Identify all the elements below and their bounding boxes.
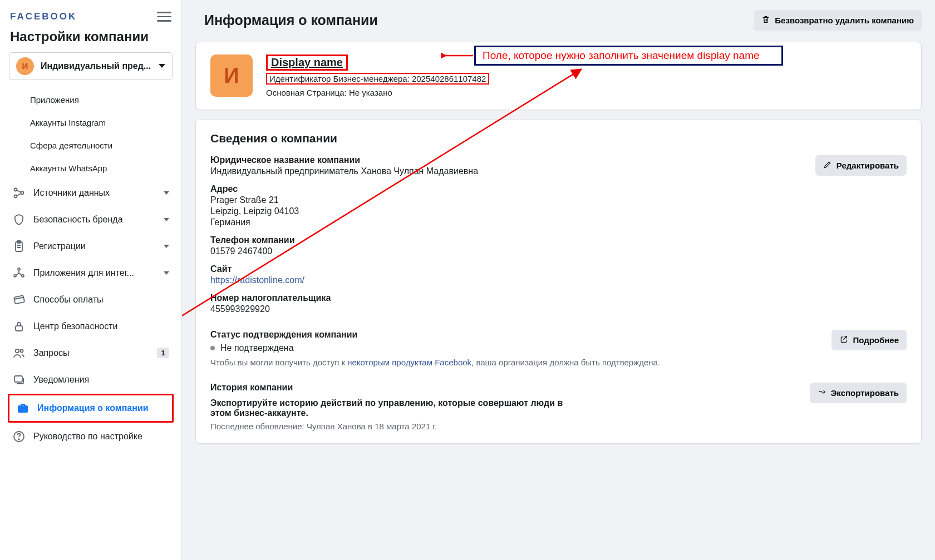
svg-rect-9 <box>16 326 22 331</box>
company-header-card: И Display name Идентификатор Бизнес-мене… <box>195 42 922 110</box>
people-icon <box>12 346 26 360</box>
svg-point-10 <box>16 349 19 352</box>
verification-status: Не подтверждена <box>210 343 831 353</box>
verification-hint: Чтобы вы могли получить доступ к некотор… <box>210 358 831 367</box>
share-nodes-icon <box>12 186 26 200</box>
messages-icon <box>12 373 26 386</box>
svg-point-14 <box>18 439 19 440</box>
shield-icon <box>12 213 26 226</box>
svg-point-6 <box>14 275 16 277</box>
clipboard-icon <box>12 240 26 253</box>
trash-icon <box>761 15 770 26</box>
sidebar-item-instagram[interactable]: Аккаунты Instagram <box>6 112 176 133</box>
sidebar-item-setup-guide[interactable]: Руководство по настройке <box>6 424 176 449</box>
legal-name-label: Юридическое название компании <box>210 155 815 165</box>
verification-title: Статус подтверждения компании <box>210 330 831 340</box>
phone-value: 01579 2467400 <box>210 246 815 256</box>
main-content: Информация о компании Безвозвратно удали… <box>182 0 935 560</box>
briefcase-icon <box>16 402 29 415</box>
company-avatar: И <box>210 54 253 97</box>
display-name: Display name <box>266 54 348 71</box>
chevron-down-icon <box>164 218 169 221</box>
svg-rect-12 <box>14 376 22 382</box>
sidebar-item-security-center[interactable]: Центр безопасности <box>6 314 176 339</box>
business-avatar: И <box>16 57 34 75</box>
credit-card-icon <box>12 293 26 306</box>
history-title: История компании <box>210 383 810 393</box>
export-button[interactable]: Экспортировать <box>810 383 907 403</box>
sidebar-item-data-sources[interactable]: Источники данных <box>6 180 176 206</box>
edit-button[interactable]: Редактировать <box>815 155 907 176</box>
sidebar-item-notifications[interactable]: Уведомления <box>6 367 176 393</box>
svg-rect-8 <box>14 295 24 304</box>
requests-badge: 1 <box>157 348 169 358</box>
address-label: Адрес <box>210 184 815 194</box>
svg-point-5 <box>18 268 20 270</box>
hamburger-icon[interactable] <box>157 9 171 24</box>
site-label: Сайт <box>210 264 815 274</box>
page-title: Информация о компании <box>204 12 378 28</box>
svg-point-11 <box>21 349 23 352</box>
edit-button-label: Редактировать <box>836 161 899 170</box>
caret-down-icon <box>159 64 165 68</box>
pencil-icon <box>823 160 832 171</box>
more-button[interactable]: Подробнее <box>831 330 907 350</box>
svg-point-7 <box>22 275 24 277</box>
history-last-update: Последнее обновление: Чулпан Ханова в 18… <box>210 422 810 431</box>
sidebar-item-brand-safety[interactable]: Безопасность бренда <box>6 207 176 232</box>
tax-value: 455993929920 <box>210 304 815 314</box>
sidebar-item-payment[interactable]: Способы оплаты <box>6 287 176 313</box>
delete-company-label: Безвозвратно удалить компанию <box>775 16 914 25</box>
sidebar-title: Настройки компании <box>0 28 181 52</box>
help-icon <box>12 430 26 443</box>
external-link-icon <box>839 335 848 345</box>
sidebar-item-registrations[interactable]: Регистрации <box>6 234 176 259</box>
sidebar-item-integrations[interactable]: Приложения для интег... <box>6 260 176 286</box>
company-details-card: Сведения о компании Юридическое название… <box>195 119 922 444</box>
business-manager-id: Идентификатор Бизнес-менеджера: 20254028… <box>266 73 489 85</box>
site-link[interactable]: https://radistonline.com/ <box>210 275 304 285</box>
chevron-down-icon <box>164 245 169 248</box>
fb-products-link[interactable]: некоторым продуктам Facebook, <box>347 358 474 367</box>
legal-name-value: Индивидуальный предприниматель Ханова Чу… <box>210 166 815 176</box>
more-button-label: Подробнее <box>853 335 899 345</box>
chevron-down-icon <box>164 191 169 195</box>
business-selector[interactable]: И Индивидуальный пред... <box>9 52 173 80</box>
sidebar: FACEBOOK Настройки компании И Индивидуал… <box>0 0 182 560</box>
sidebar-item-apps[interactable]: Приложения <box>6 89 176 111</box>
sidebar-item-whatsapp[interactable]: Аккаунты WhatsApp <box>6 157 176 179</box>
business-selector-label: Индивидуальный пред... <box>41 61 159 71</box>
address-line1: Prager Straße 21 <box>210 195 815 205</box>
sidebar-item-company-info[interactable]: Информация о компании <box>9 395 172 421</box>
export-button-label: Экспортировать <box>831 388 899 398</box>
address-line2: Leipzig, Leipzig 04103 <box>210 206 815 216</box>
facebook-logo: FACEBOOK <box>10 11 77 22</box>
history-desc: Экспортируйте историю действий по управл… <box>210 398 567 418</box>
delete-company-button[interactable]: Безвозвратно удалить компанию <box>754 10 922 31</box>
tax-label: Номер налогоплательщика <box>210 293 815 303</box>
lock-icon <box>12 320 26 333</box>
address-line3: Германия <box>210 217 815 227</box>
chevron-down-icon <box>164 271 169 275</box>
status-dot-icon <box>210 346 215 350</box>
sidebar-item-requests[interactable]: Запросы 1 <box>6 340 176 366</box>
sidebar-item-activity[interactable]: Сфера деятельности <box>6 135 176 156</box>
share-icon <box>818 388 826 398</box>
details-title: Сведения о компании <box>210 132 907 145</box>
integration-icon <box>12 266 26 280</box>
primary-page-line: Основная Страница: Не указано <box>266 88 907 97</box>
phone-label: Телефон компании <box>210 235 815 245</box>
